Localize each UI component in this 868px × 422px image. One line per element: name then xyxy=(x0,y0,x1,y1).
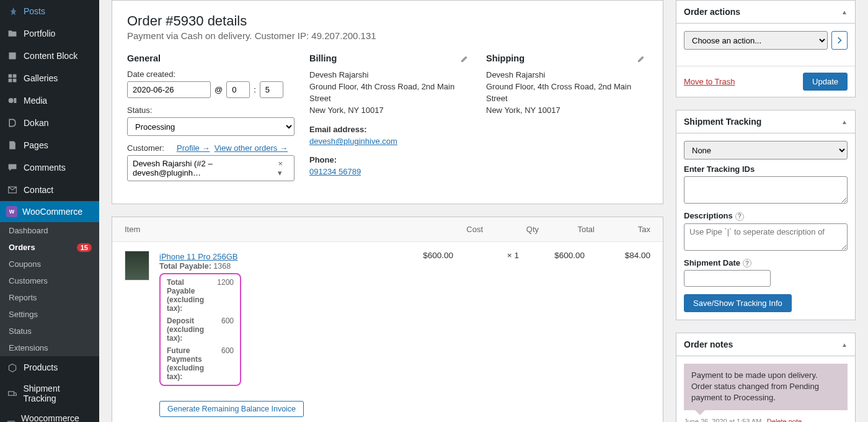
sidebar-item-galleries[interactable]: Galleries xyxy=(0,67,99,89)
other-orders-link[interactable]: View other orders → xyxy=(215,143,288,153)
dokan-icon xyxy=(6,117,19,129)
col-qty: Qty xyxy=(483,225,539,234)
sidebar-item-woocommerce[interactable]: W WooCommerce xyxy=(0,201,99,222)
update-button[interactable]: Update xyxy=(803,73,848,91)
woocommerce-icon: W xyxy=(6,206,17,217)
sidebar-item-products[interactable]: Products xyxy=(0,356,99,379)
sub-item-coupons[interactable]: Coupons xyxy=(0,256,99,272)
sub-item-customers[interactable]: Customers xyxy=(0,272,99,289)
svg-rect-0 xyxy=(9,52,16,59)
sidebar-label: Woocommerce Deposits xyxy=(21,413,93,422)
shipping-column: Shipping Devesh Rajarshi Ground Floor, 4… xyxy=(486,53,648,189)
sidebar-item-posts[interactable]: Posts xyxy=(0,0,99,22)
sub-item-orders[interactable]: Orders15 xyxy=(0,239,99,256)
item-qty: × 1 xyxy=(463,251,519,260)
date-label: Date created: xyxy=(127,70,294,79)
item-cost: $600.00 xyxy=(397,251,453,260)
comment-icon xyxy=(6,161,19,174)
gallery-icon xyxy=(6,72,19,84)
sidebar-item-deposits[interactable]: Woocommerce Deposits xyxy=(0,408,99,422)
order-note: Payment to be made upon delivery. Order … xyxy=(684,364,848,410)
billing-phone[interactable]: 091234 56789 xyxy=(309,167,361,176)
sidebar-item-dokan[interactable]: Dokan xyxy=(0,112,99,134)
sidebar-item-comments[interactable]: Comments xyxy=(0,156,99,179)
product-link[interactable]: iPhone 11 Pro 256GB xyxy=(159,252,237,261)
order-details-panel: Order #5930 details Payment via Cash on … xyxy=(112,0,663,204)
edit-billing-icon[interactable] xyxy=(459,55,469,67)
descriptions-label: Descriptions? xyxy=(684,211,848,221)
main-content: Order #5930 details Payment via Cash on … xyxy=(99,0,868,422)
order-items-panel: Item Cost Qty Total Tax iPhone 11 Pro 25… xyxy=(112,217,663,422)
general-column: General Date created: @ : xyxy=(127,53,294,189)
billing-address: Devesh Rajarshi Ground Floor, 4th Cross … xyxy=(309,70,471,116)
tracking-icon xyxy=(6,387,18,400)
shipper-select[interactable]: None xyxy=(684,141,848,159)
descriptions-input[interactable] xyxy=(684,223,848,251)
apply-action-button[interactable] xyxy=(831,31,848,50)
sidebar-item-contact[interactable]: Contact xyxy=(0,179,99,201)
sidebar-label: Pages xyxy=(24,140,48,150)
shipment-date-input[interactable] xyxy=(684,270,771,287)
tracking-ids-label: Enter Tracking IDs xyxy=(684,164,848,174)
order-subtitle: Payment via Cash on delivery. Customer I… xyxy=(127,30,648,41)
order-actions-panel: Order actions ▲ Choose an action... Move… xyxy=(676,0,856,97)
media-icon xyxy=(6,94,19,107)
orders-badge: 15 xyxy=(77,243,92,252)
delete-note-link[interactable]: Delete note xyxy=(767,418,802,422)
date-input[interactable] xyxy=(127,81,211,98)
sidebar-label: Comments xyxy=(24,163,66,173)
sub-item-settings[interactable]: Settings xyxy=(0,306,99,323)
order-action-select[interactable]: Choose an action... xyxy=(684,31,828,50)
help-icon[interactable]: ? xyxy=(743,259,751,267)
svg-rect-1 xyxy=(9,74,12,78)
status-select[interactable]: Processing xyxy=(127,117,294,136)
sidebar-item-shipment-tracking[interactable]: Shipment Tracking xyxy=(0,379,99,408)
hour-input[interactable] xyxy=(226,81,250,98)
minute-input[interactable] xyxy=(260,81,283,98)
sub-item-reports[interactable]: Reports xyxy=(0,289,99,306)
help-icon[interactable]: ? xyxy=(735,212,744,221)
generate-invoice-button[interactable]: Generate Remaining Balance Invoice xyxy=(159,401,304,417)
sidebar-label: Contact xyxy=(24,185,53,195)
sidebar-label: Products xyxy=(24,362,58,372)
item-total: $600.00 xyxy=(529,251,585,260)
status-label: Status: xyxy=(127,106,294,115)
panel-toggle-icon[interactable]: ▲ xyxy=(841,119,848,125)
edit-shipping-icon[interactable] xyxy=(636,55,645,67)
pin-icon xyxy=(6,5,19,17)
product-thumbnail xyxy=(125,251,149,281)
sub-item-status[interactable]: Status xyxy=(0,323,99,339)
shipment-tracking-panel: Shipment Tracking ▲ None Enter Tracking … xyxy=(676,110,856,320)
shipping-address: Devesh Rajarshi Ground Floor, 4th Cross … xyxy=(486,70,648,116)
billing-heading: Billing xyxy=(309,53,471,63)
email-label: Email address: xyxy=(309,125,471,134)
woocommerce-submenu: Dashboard Orders15 Coupons Customers Rep… xyxy=(0,222,99,356)
clear-icon[interactable]: × ▾ xyxy=(278,159,289,177)
profile-link[interactable]: Profile → xyxy=(177,143,210,153)
customer-select[interactable]: Devesh Rajarshi (#2 – devesh@pluginh… × … xyxy=(127,155,294,181)
items-header-row: Item Cost Qty Total Tax xyxy=(112,217,663,242)
order-notes-panel: Order notes ▲ Payment to be made upon de… xyxy=(676,333,856,422)
panel-toggle-icon[interactable]: ▲ xyxy=(841,9,848,16)
note-date: June 26, 2020 at 1:53 AM xyxy=(684,418,761,422)
panel-toggle-icon[interactable]: ▲ xyxy=(841,341,848,348)
shipment-date-label: Shipment Date? xyxy=(684,258,848,268)
sub-item-dashboard[interactable]: Dashboard xyxy=(0,222,99,239)
move-to-trash-link[interactable]: Move to Trash xyxy=(684,77,735,86)
sidebar-item-portfolio[interactable]: Portfolio xyxy=(0,22,99,45)
sidebar-item-media[interactable]: Media xyxy=(0,89,99,112)
save-tracking-button[interactable]: Save/Show Tracking Info xyxy=(684,294,792,312)
sidebar-label: Media xyxy=(24,96,47,106)
sidebar-label: Galleries xyxy=(24,73,58,83)
sidebar-label: Portfolio xyxy=(24,29,55,38)
sub-item-extensions[interactable]: Extensions xyxy=(0,339,99,356)
block-icon xyxy=(6,50,19,62)
sidebar-label: Content Block xyxy=(24,51,78,61)
shipping-heading: Shipping xyxy=(486,53,648,63)
tracking-ids-input[interactable] xyxy=(684,176,848,204)
billing-email[interactable]: devesh@pluginhive.com xyxy=(309,137,397,146)
order-actions-heading: Order actions xyxy=(684,7,740,17)
sidebar-item-content-block[interactable]: Content Block xyxy=(0,45,99,67)
sidebar-item-pages[interactable]: Pages xyxy=(0,134,99,156)
svg-rect-4 xyxy=(13,79,17,83)
